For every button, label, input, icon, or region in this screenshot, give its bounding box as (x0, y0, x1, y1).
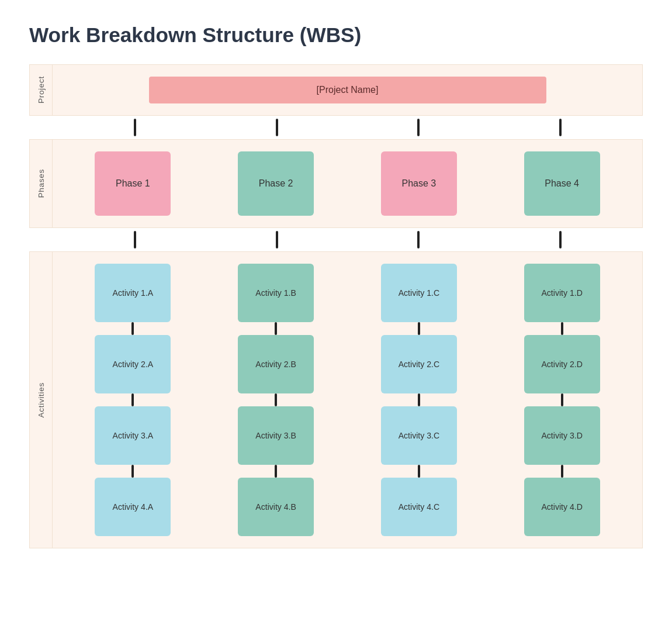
activity-4a[interactable]: Activity 4.A (95, 478, 171, 536)
act-connector-a3 (131, 465, 134, 478)
act-connector-d3 (561, 465, 563, 478)
connector-line-6 (276, 231, 278, 248)
activity-column-a: Activity 1.A Activity 2.A Activity 3.A A… (64, 264, 202, 536)
activity-2d[interactable]: Activity 2.D (524, 335, 600, 393)
phase-2-box[interactable]: Phase 2 (238, 151, 314, 216)
act-connector-d1 (561, 322, 563, 335)
activity-3a[interactable]: Activity 3.A (95, 406, 171, 465)
act-connector-b1 (275, 322, 277, 335)
phases-row: Phases Phase 1 Phase 2 Phase 3 Phase 4 (29, 139, 643, 228)
connector-line-8 (559, 231, 562, 248)
activity-4b[interactable]: Activity 4.B (238, 478, 314, 536)
activity-4d[interactable]: Activity 4.D (524, 478, 600, 536)
phases-label: Phases (29, 139, 53, 228)
connector-line-7 (417, 231, 420, 248)
act-connector-c2 (418, 393, 420, 406)
activity-1d[interactable]: Activity 1.D (524, 264, 600, 322)
activity-column-c: Activity 1.C Activity 2.C Activity 3.C A… (351, 264, 488, 536)
phases-content: Phase 1 Phase 2 Phase 3 Phase 4 (53, 139, 643, 228)
act-connector-c1 (418, 322, 420, 335)
connector-line-5 (134, 231, 136, 248)
project-row: Project [Project Name] (29, 64, 643, 116)
project-label: Project (29, 64, 53, 116)
wbs-diagram: Project [Project Name] Phases Phase 1 Ph… (29, 64, 643, 548)
connector-line-1 (134, 119, 136, 136)
page-title: Work Breakdown Structure (WBS) (29, 23, 643, 47)
phase-3-box[interactable]: Phase 3 (381, 151, 457, 216)
act-connector-b3 (275, 465, 277, 478)
activity-3c[interactable]: Activity 3.C (381, 406, 457, 465)
connector-line-2 (276, 119, 278, 136)
act-connector-d2 (561, 393, 563, 406)
connector-content-2 (53, 228, 643, 251)
activity-column-d: Activity 1.D Activity 2.D Activity 3.D A… (493, 264, 631, 536)
activity-2a[interactable]: Activity 2.A (95, 335, 171, 393)
activity-1c[interactable]: Activity 1.C (381, 264, 457, 322)
activity-2b[interactable]: Activity 2.B (238, 335, 314, 393)
act-connector-a2 (131, 393, 134, 406)
act-connector-b2 (275, 393, 277, 406)
activity-3d[interactable]: Activity 3.D (524, 406, 600, 465)
activity-3b[interactable]: Activity 3.B (238, 406, 314, 465)
act-connector-a1 (131, 322, 134, 335)
activity-column-b: Activity 1.B Activity 2.B Activity 3.B A… (207, 264, 345, 536)
connector-line-3 (417, 119, 420, 136)
project-content: [Project Name] (53, 64, 643, 116)
phase-4-box[interactable]: Phase 4 (524, 151, 600, 216)
activities-label: Activities (29, 251, 53, 548)
activities-row: Activities Activity 1.A Activity 2.A Act… (29, 251, 643, 548)
phase-1-box[interactable]: Phase 1 (95, 151, 171, 216)
connector-row-2 (29, 228, 643, 251)
activity-2c[interactable]: Activity 2.C (381, 335, 457, 393)
connector-line-4 (559, 119, 562, 136)
connector-row-1 (29, 116, 643, 139)
activities-content: Activity 1.A Activity 2.A Activity 3.A A… (53, 251, 643, 548)
connector-content-1 (53, 116, 643, 139)
project-name-box[interactable]: [Project Name] (149, 77, 546, 103)
activity-4c[interactable]: Activity 4.C (381, 478, 457, 536)
activity-1b[interactable]: Activity 1.B (238, 264, 314, 322)
act-connector-c3 (418, 465, 420, 478)
activity-1a[interactable]: Activity 1.A (95, 264, 171, 322)
